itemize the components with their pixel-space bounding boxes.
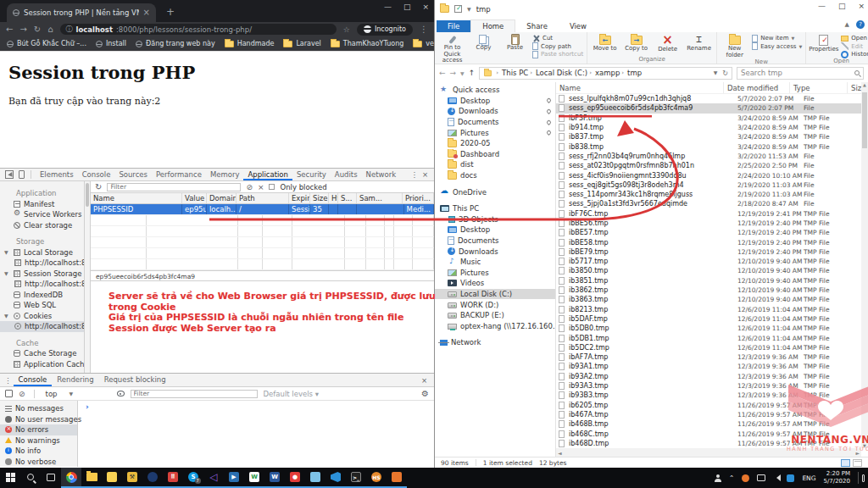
file-row[interactable]: ib3863.tmp 12/10/2019 9:40 AM TMP File	[556, 295, 861, 304]
file-row[interactable]: ib6205.tmp 11/26/2019 9:57 AM TMP File	[556, 401, 861, 410]
history-button[interactable]: History	[841, 51, 868, 58]
taskbar-vscode-icon[interactable]	[326, 468, 346, 488]
cookie-row-selected[interactable]: PHPSESSIDep95ueecoib6r5ds4pb3fc4ma9local…	[91, 204, 434, 215]
breadcrumb-item[interactable]: ›tmp	[620, 69, 642, 77]
devtools-tab[interactable]: Performance	[152, 169, 206, 180]
tab-share[interactable]: Share	[515, 20, 559, 32]
copy-to-button[interactable]: →Copy to	[622, 33, 650, 53]
nav-item[interactable]: OneDrive	[435, 186, 555, 197]
file-row[interactable]: ibAF7A.tmp 12/3/2019 9:36 AM TMP File	[556, 352, 861, 362]
taskbar-sticky-notes-icon[interactable]	[102, 468, 122, 488]
file-row[interactable]: ib5DB1.tmp 12/6/2019 11:04 AM TMP File	[556, 333, 861, 342]
tab-close-icon[interactable]: ×	[143, 8, 150, 17]
nav-item[interactable]: 2020-05	[435, 138, 555, 149]
file-row[interactable]: sess_eqj8git5gs098tj3r8odeh3m4 2/19/2020…	[556, 180, 861, 190]
file-row[interactable]: sess_at023t0pgqtm0rsfmn8b7nh01n 2/25/202…	[556, 161, 861, 170]
application-sidebar-item[interactable]: Storage	[0, 236, 84, 247]
details-view-icon[interactable]	[841, 459, 850, 467]
application-sidebar-item[interactable]: ▼ Cookies	[0, 311, 84, 322]
paste-shortcut-button[interactable]: Paste shortcut	[532, 51, 583, 58]
drawer-close-icon[interactable]: ×	[421, 376, 427, 385]
task-view-icon[interactable]	[41, 468, 61, 488]
explorer-up-icon[interactable]: ↑	[469, 69, 476, 77]
file-row[interactable]: ib93A3.tmp 12/3/2019 9:36 AM TMP File	[556, 381, 861, 391]
nav-item[interactable]: 3D Objects	[435, 214, 555, 225]
devtools-tab[interactable]: Security	[292, 169, 331, 180]
file-row[interactable]: ibF76C.tmp 12/19/2019 2:41 PM TMP File	[556, 209, 861, 219]
tab-view[interactable]: View	[559, 20, 598, 32]
back-icon[interactable]: ←	[6, 25, 13, 34]
file-row[interactable]: ib93A1.tmp 12/3/2019 9:36 AM TMP File	[556, 362, 861, 371]
breadcrumb-dropdown-icon[interactable]: ▼	[714, 69, 718, 77]
tray-app-orange-icon[interactable]	[742, 474, 749, 482]
context-selector[interactable]: top▼	[43, 390, 111, 398]
taskbar-word-doc-icon[interactable]: W	[244, 468, 264, 488]
file-row[interactable]: ibBE56.tmp 12/19/2019 2:40 PM TMP File	[556, 219, 861, 228]
application-sidebar-item[interactable]: Application	[0, 188, 84, 199]
new-folder-button[interactable]: New folder	[721, 33, 748, 58]
taskbar-app-red-grid-icon[interactable]: ⠿	[163, 468, 183, 488]
move-to-button[interactable]: ←Move to	[591, 33, 619, 53]
file-row[interactable]: ib467A.tmp 11/26/2019 9:57 AM TMP File	[556, 410, 861, 419]
devtools-menu-icon[interactable]: ⋮	[410, 170, 418, 179]
thumbnails-view-icon[interactable]	[853, 459, 862, 467]
search-box[interactable]: Search tmp	[737, 67, 864, 80]
taskbar-hs-icon[interactable]: HS	[366, 468, 387, 488]
devtools-tab[interactable]: Network	[362, 169, 401, 180]
file-row[interactable]: sess_4icf0is9noiiengmnt3390dq8u 2/24/202…	[556, 170, 861, 180]
file-row[interactable]: ib838.tmp 3/24/2020 8:59 AM TMP File	[556, 141, 861, 151]
file-row[interactable]: ib468C.tmp 11/26/2019 9:57 AM TMP File	[556, 429, 861, 438]
cookie-column-header[interactable]: Expires / Max-Age	[289, 193, 310, 203]
nav-item[interactable]: dist	[435, 159, 555, 170]
console-filter-item[interactable]: No warnings	[0, 435, 77, 446]
file-row[interactable]: ib3850.tmp 12/10/2019 9:40 AM TMP File	[556, 266, 861, 275]
quick-access-toolbar-icon[interactable]	[454, 5, 462, 13]
inspect-element-icon[interactable]	[5, 170, 14, 179]
reload-icon[interactable]: ↻	[34, 25, 41, 34]
bookmark-star-icon[interactable]: ☆	[343, 25, 350, 34]
refresh-address-icon[interactable]: ↻	[722, 69, 728, 77]
log-levels-dropdown[interactable]: Default levels ▾	[264, 390, 319, 398]
application-sidebar-item[interactable]: Application Cache	[0, 359, 84, 370]
console-sidebar-toggle-icon[interactable]	[5, 390, 13, 397]
taskbar-app-lightblue-icon[interactable]	[305, 468, 326, 488]
file-row[interactable]: ib5DAF.tmp 12/6/2019 11:04 AM TMP File	[556, 314, 861, 324]
expander-icon[interactable]: ▼	[4, 313, 10, 319]
device-toolbar-icon[interactable]	[19, 170, 25, 179]
breadcrumb[interactable]: ›This PC›Local Disk (C:)›xampp›tmp ▼ ↻	[479, 67, 732, 80]
home-icon[interactable]: ⌂	[47, 25, 53, 34]
nav-item[interactable]: Quick access	[435, 85, 555, 96]
live-expression-icon[interactable]	[117, 391, 125, 396]
clock[interactable]: 2:20 PM 5/7/2020	[824, 470, 850, 485]
drawer-menu-icon[interactable]: ⋮	[4, 376, 12, 385]
chrome-minimize-button[interactable]: —	[384, 3, 392, 11]
file-row[interactable]: ib3851.tmp 12/10/2019 9:40 AM TMP File	[556, 276, 861, 286]
taskbar-video-player-icon[interactable]: ▶	[224, 468, 244, 488]
column-name[interactable]: Name	[556, 82, 724, 93]
ribbon-collapse-icon[interactable]: ▲	[845, 21, 849, 28]
application-sidebar-item[interactable]: Cache	[0, 338, 84, 349]
cookie-column-header[interactable]: Http...	[329, 193, 338, 203]
expander-icon[interactable]: ▼	[4, 270, 10, 276]
explorer-back-icon[interactable]: ←	[439, 69, 446, 77]
taskbar-skype-icon[interactable]: S7	[183, 468, 203, 488]
taskbar-visual-studio-icon[interactable]: ◁	[203, 468, 224, 488]
nav-item[interactable]: Desktop	[435, 96, 555, 107]
pin-to-quick-access-button[interactable]: Pin to Quick access	[438, 33, 466, 64]
cookie-column-header[interactable]: S...	[338, 193, 357, 203]
taskbar-terminal-icon[interactable]: >_	[346, 468, 366, 488]
bookmark-item[interactable]: vendor	[413, 40, 434, 47]
copy-button[interactable]: Copy	[470, 33, 498, 52]
new-item-button[interactable]: New item ▼	[752, 35, 802, 42]
browser-tab[interactable]: Session trong PHP | Nền tảng VN ×	[7, 3, 156, 22]
cookie-column-header[interactable]: Name	[91, 193, 182, 203]
drawer-tab[interactable]: Request blocking	[99, 374, 171, 386]
console-settings-icon[interactable]: ⚙	[421, 389, 429, 398]
nav-item[interactable]: Downloads	[435, 246, 555, 257]
volume-icon[interactable]	[773, 474, 781, 481]
refresh-icon[interactable]: ↻	[95, 182, 102, 191]
taskbar-app-orange-icon[interactable]	[387, 468, 407, 488]
language-indicator[interactable]: ENG	[802, 474, 815, 482]
nav-item[interactable]: This PC	[435, 203, 555, 214]
file-row[interactable]: ib93A2.tmp 12/3/2019 9:36 AM TMP File	[556, 372, 861, 381]
